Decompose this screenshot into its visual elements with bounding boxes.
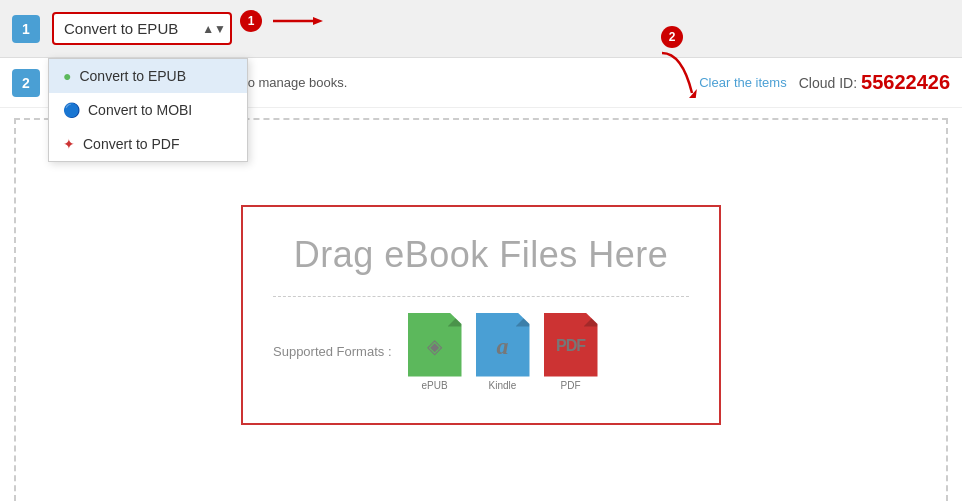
dropdown-item-epub[interactable]: ● Convert to EPUB bbox=[49, 59, 247, 93]
dropdown-menu[interactable]: ● Convert to EPUB 🔵 Convert to MOBI ✦ Co… bbox=[48, 58, 248, 162]
epub-icon: ● bbox=[63, 68, 71, 84]
drop-zone[interactable]: Drag eBook Files Here Supported Formats … bbox=[241, 205, 721, 425]
kindle-symbol: a bbox=[497, 332, 509, 359]
cloud-id-label: Cloud ID: bbox=[799, 75, 857, 91]
epub-symbol: ◈ bbox=[427, 334, 442, 358]
annotation1-arrow bbox=[268, 13, 323, 29]
dropdown-item-pdf[interactable]: ✦ Convert to PDF bbox=[49, 127, 247, 161]
epub-file-icon: ◈ bbox=[408, 313, 462, 377]
dropdown-mobi-label: Convert to MOBI bbox=[88, 102, 192, 118]
format-kindle: a Kindle bbox=[476, 313, 530, 391]
cloud-id-value: 55622426 bbox=[861, 71, 950, 94]
drop-zone-text: Drag eBook Files Here bbox=[294, 234, 669, 276]
svg-marker-2 bbox=[687, 89, 699, 98]
step2-badge: 2 bbox=[12, 69, 40, 97]
toolbar-row1: 1 Convert to EPUB Convert to MOBI Conver… bbox=[0, 0, 962, 58]
kindle-file-icon: a bbox=[476, 313, 530, 377]
step1-badge: 1 bbox=[12, 15, 40, 43]
epub-format-label: ePUB bbox=[421, 380, 447, 391]
formats-label: Supported Formats : bbox=[273, 344, 392, 359]
annotation1-badge: 1 bbox=[240, 10, 262, 32]
pdf-symbol: PDF bbox=[556, 336, 585, 354]
dropdown-pdf-label: Convert to PDF bbox=[83, 136, 179, 152]
pdf-icon: ✦ bbox=[63, 136, 75, 152]
annotation2-badge: 2 bbox=[661, 26, 683, 48]
outer-drop-area: Drag eBook Files Here Supported Formats … bbox=[14, 118, 948, 501]
format-epub: ◈ ePUB bbox=[408, 313, 462, 391]
mobi-icon: 🔵 bbox=[63, 102, 80, 118]
dropdown-item-mobi[interactable]: 🔵 Convert to MOBI bbox=[49, 93, 247, 127]
kindle-format-label: Kindle bbox=[489, 380, 517, 391]
formats-row: Supported Formats : ◈ ePUB bbox=[273, 296, 689, 391]
cloud-id-area: Cloud ID: 55622426 bbox=[799, 71, 950, 94]
annotation2-arrow bbox=[642, 48, 702, 98]
clear-items-link[interactable]: Clear the items bbox=[699, 75, 786, 90]
format-icons: ◈ ePUB a Kindle bbox=[408, 313, 598, 391]
main-container: 1 Convert to EPUB Convert to MOBI Conver… bbox=[0, 0, 962, 501]
pdf-file-icon: PDF bbox=[544, 313, 598, 377]
svg-marker-1 bbox=[313, 17, 323, 25]
convert-format-select[interactable]: Convert to EPUB Convert to MOBI Convert … bbox=[52, 12, 232, 45]
pdf-format-label: PDF bbox=[561, 380, 581, 391]
dropdown-epub-label: Convert to EPUB bbox=[79, 68, 186, 84]
format-pdf: PDF PDF bbox=[544, 313, 598, 391]
convert-select-wrapper[interactable]: Convert to EPUB Convert to MOBI Convert … bbox=[52, 12, 232, 45]
